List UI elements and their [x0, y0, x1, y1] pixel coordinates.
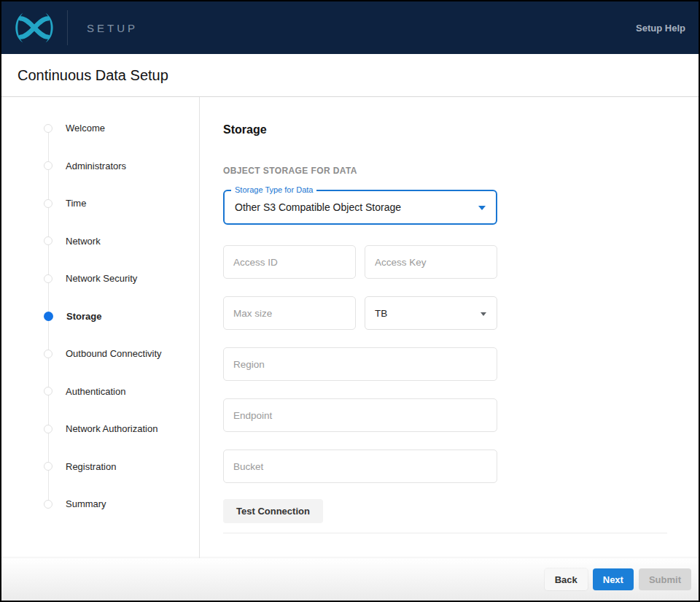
- storage-credentials-form: TB: [223, 245, 497, 483]
- page-title-bar: Continuous Data Setup: [1, 54, 699, 97]
- app-window: SETUP Setup Help Continuous Data Setup W…: [0, 0, 700, 602]
- step-active-dot-icon: [44, 312, 53, 321]
- storage-type-select[interactable]: Storage Type for Data Other S3 Compatibl…: [223, 190, 497, 225]
- step-circle-icon: [44, 236, 52, 245]
- step-summary[interactable]: Summary: [1, 485, 199, 523]
- test-connection-button[interactable]: Test Connection: [223, 499, 323, 523]
- step-network[interactable]: Network: [1, 223, 199, 261]
- access-row: [223, 245, 497, 279]
- step-label: Time: [66, 198, 86, 209]
- step-label: Summary: [66, 498, 106, 509]
- step-administrators[interactable]: Administrators: [1, 147, 199, 185]
- content-divider: [223, 533, 667, 533]
- step-circle-icon: [44, 124, 52, 133]
- step-label: Network Authorization: [66, 423, 158, 434]
- step-circle-icon: [44, 387, 52, 395]
- step-label: Welcome: [66, 123, 105, 134]
- access-key-field[interactable]: [365, 245, 497, 279]
- step-circle-icon: [44, 350, 52, 358]
- step-circle-icon: [44, 500, 52, 509]
- bucket-row: [223, 449, 497, 483]
- product-name: SETUP: [87, 22, 138, 34]
- step-label: Network: [66, 236, 101, 247]
- step-time[interactable]: Time: [1, 185, 199, 223]
- page-body: Welcome Administrators Time Network Netw…: [1, 97, 699, 558]
- header-divider: [67, 10, 68, 45]
- storage-form-panel: Storage OBJECT STORAGE FOR DATA Storage …: [200, 97, 699, 558]
- size-row: TB: [223, 296, 497, 330]
- step-circle-icon: [44, 161, 52, 170]
- step-circle-icon: [44, 425, 52, 433]
- endpoint-row: [223, 398, 497, 432]
- top-header: SETUP Setup Help: [1, 1, 699, 54]
- wizard-stepper: Welcome Administrators Time Network Netw…: [1, 97, 200, 558]
- size-unit-select[interactable]: TB: [365, 296, 497, 330]
- storage-type-value: Other S3 Compatible Object Storage: [235, 201, 401, 213]
- page-title: Continuous Data Setup: [18, 67, 168, 84]
- step-circle-icon: [44, 462, 52, 471]
- delphix-logo-icon: [12, 12, 57, 44]
- storage-type-floating-label: Storage Type for Data: [231, 185, 316, 194]
- step-label: Registration: [66, 461, 116, 472]
- step-network-security[interactable]: Network Security: [1, 260, 199, 298]
- step-label: Storage: [66, 311, 101, 322]
- max-size-field[interactable]: [223, 296, 356, 330]
- step-authentication[interactable]: Authentication: [1, 373, 199, 411]
- step-label: Authentication: [66, 386, 125, 397]
- size-unit-value: TB: [375, 308, 387, 319]
- region-row: [223, 347, 497, 381]
- step-label: Network Security: [66, 273, 137, 284]
- step-outbound-connectivity[interactable]: Outbound Connectivity: [1, 335, 199, 373]
- access-id-field[interactable]: [223, 245, 356, 279]
- chevron-down-icon: [481, 312, 486, 316]
- step-welcome[interactable]: Welcome: [1, 109, 199, 147]
- setup-help-link[interactable]: Setup Help: [636, 23, 685, 34]
- storage-heading: Storage: [223, 123, 699, 136]
- chevron-down-icon: [478, 206, 486, 210]
- object-storage-section-label: OBJECT STORAGE FOR DATA: [223, 166, 699, 176]
- header-brand: SETUP: [12, 1, 138, 54]
- step-storage-active[interactable]: Storage: [1, 298, 199, 336]
- submit-button[interactable]: Submit: [639, 568, 691, 590]
- back-button[interactable]: Back: [545, 568, 588, 590]
- next-button[interactable]: Next: [593, 568, 634, 590]
- step-network-authorization[interactable]: Network Authorization: [1, 410, 199, 448]
- step-label: Administrators: [66, 161, 126, 171]
- step-label: Outbound Connectivity: [66, 348, 162, 359]
- step-registration[interactable]: Registration: [1, 448, 199, 486]
- endpoint-field[interactable]: [223, 398, 497, 432]
- bucket-field[interactable]: [223, 449, 497, 483]
- region-field[interactable]: [223, 347, 497, 381]
- step-circle-icon: [44, 274, 52, 283]
- step-circle-icon: [44, 199, 52, 208]
- wizard-footer: Back Next Submit: [1, 558, 699, 601]
